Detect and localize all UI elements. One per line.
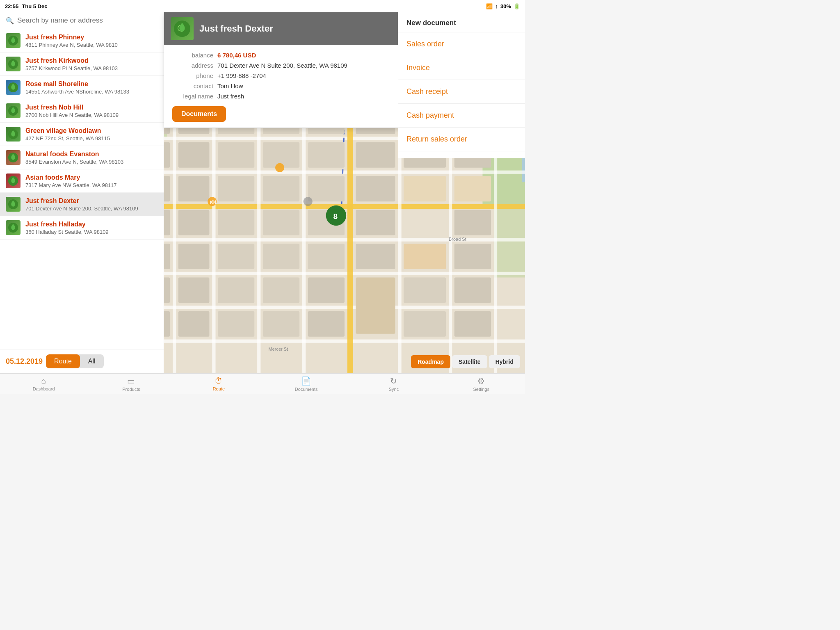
status-right-icons: 📶 ↑ 30% 🔋 (486, 3, 520, 9)
svg-rect-67 (218, 210, 254, 235)
doc-option[interactable]: Cash payment (398, 104, 525, 128)
settings-tab-icon: ⚙ (477, 376, 485, 386)
tab-route[interactable]: ⏱Route (175, 374, 262, 393)
doc-option[interactable]: Invoice (398, 56, 525, 80)
svg-rect-51 (218, 142, 254, 168)
svg-rect-88 (164, 311, 170, 337)
stop-item[interactable]: Natural foods Evanston8549 Evanston Ave … (0, 146, 164, 169)
documents-tab-label: Documents (295, 387, 318, 392)
svg-rect-78 (404, 244, 446, 269)
stop-logo (6, 80, 21, 95)
legalname-label: legal name (172, 93, 213, 100)
doc-option[interactable]: Cash receipt (398, 80, 525, 104)
stop-name: Green village Woodlawn (25, 127, 158, 135)
svg-rect-83 (263, 278, 299, 303)
doc-option[interactable]: Sales order (398, 32, 525, 56)
svg-rect-53 (308, 142, 345, 168)
svg-point-97 (275, 163, 284, 172)
map-ctrl-button[interactable]: Hybrid (489, 355, 520, 368)
svg-rect-58 (178, 176, 210, 201)
phone-label: phone (172, 72, 213, 79)
tab-dashboard[interactable]: ⌂Dashboard (0, 374, 87, 393)
products-tab-label: Products (122, 387, 140, 392)
map-ctrl-button[interactable]: Roadmap (411, 355, 450, 368)
stop-item[interactable]: Just fresh Dexter701 Dexter Ave N Suite … (0, 193, 164, 216)
stop-logo (6, 197, 21, 212)
svg-rect-72 (164, 244, 170, 269)
seg-route-button[interactable]: Route (46, 354, 80, 368)
svg-rect-92 (308, 311, 345, 337)
stop-item[interactable]: Just fresh Kirkwood5757 Kirkwood Pl N Se… (0, 52, 164, 76)
svg-rect-79 (454, 244, 491, 269)
svg-rect-91 (263, 311, 299, 337)
stop-info: Asian foods Mary7317 Mary Ave NW Seattle… (25, 174, 158, 188)
map-bottom-controls: RoadmapSatelliteHybrid (411, 355, 520, 368)
doc-options-list: Sales orderInvoiceCash receiptCash payme… (398, 32, 525, 151)
svg-rect-84 (308, 278, 345, 303)
stop-info: Just fresh Kirkwood5757 Kirkwood Pl N Se… (25, 57, 158, 71)
svg-rect-82 (218, 278, 254, 303)
search-bar: 🔍 (0, 12, 164, 29)
svg-rect-50 (178, 142, 210, 168)
battery-label: 30% (500, 3, 511, 9)
sidebar-footer: 05.12.2019 Route All (0, 349, 164, 373)
documents-button[interactable]: Documents (172, 106, 226, 122)
stop-item[interactable]: Just fresh Halladay360 Halladay St Seatt… (0, 216, 164, 240)
stop-item[interactable]: Green village Woodlawn427 NE 72nd St, Se… (0, 123, 164, 146)
route-tab-icon: ⏱ (215, 376, 223, 386)
new-document-panel: New document Sales orderInvoiceCash rece… (398, 12, 525, 158)
search-input[interactable] (17, 16, 158, 25)
tab-bar: ⌂Dashboard▭Products⏱Route📄Documents↻Sync… (0, 373, 525, 394)
popup-logo (171, 17, 194, 40)
stop-info: Just fresh Dexter701 Dexter Ave N Suite … (25, 197, 158, 212)
tab-settings[interactable]: ⚙Settings (438, 374, 525, 393)
stop-item[interactable]: Rose mall Shoreline14551 Ashworth Ave NS… (0, 76, 164, 99)
stop-name: Asian foods Mary (25, 174, 158, 181)
doc-option[interactable]: Return sales order (398, 128, 525, 151)
stop-logo (6, 103, 21, 118)
svg-rect-62 (356, 176, 395, 201)
svg-rect-21 (164, 272, 525, 275)
svg-rect-63 (404, 176, 446, 201)
stop-info: Just fresh Phinney4811 Phinney Ave N, Se… (25, 34, 158, 48)
svg-rect-61 (308, 176, 345, 201)
status-date: Thu 5 Dec (22, 3, 47, 9)
new-doc-title: New document (398, 19, 525, 32)
svg-rect-94 (454, 311, 491, 337)
sync-tab-icon: ↻ (390, 376, 397, 386)
svg-rect-81 (178, 278, 210, 303)
tab-products[interactable]: ▭Products (87, 374, 175, 393)
svg-rect-23 (164, 340, 525, 343)
date-label: 05.12.2019 (6, 357, 43, 366)
stop-item[interactable]: Just fresh Nob Hill2700 Nob Hill Ave N S… (0, 99, 164, 123)
dashboard-tab-icon: ⌂ (41, 376, 46, 386)
stop-name: Rose mall Shoreline (25, 80, 158, 88)
dashboard-tab-label: Dashboard (33, 386, 55, 391)
stop-logo (6, 33, 21, 48)
svg-rect-86 (404, 278, 446, 303)
stop-item[interactable]: Asian foods Mary7317 Mary Ave NW Seattle… (0, 169, 164, 193)
stop-item[interactable]: Just fresh Phinney4811 Phinney Ave N, Se… (0, 29, 164, 52)
svg-rect-22 (164, 306, 525, 309)
status-time: 22:55 (5, 3, 18, 9)
address-label: address (172, 62, 213, 69)
svg-rect-60 (263, 176, 299, 201)
stop-logo (6, 220, 21, 235)
tab-sync[interactable]: ↻Sync (350, 374, 437, 393)
seg-all-button[interactable]: All (80, 354, 104, 368)
segment-control: Route All (46, 354, 103, 368)
search-icon: 🔍 (6, 17, 14, 25)
stop-logo (6, 57, 21, 71)
map-ctrl-button[interactable]: Satellite (452, 355, 487, 368)
svg-text:Mercer St: Mercer St (269, 347, 288, 352)
tab-documents[interactable]: 📄Documents (262, 374, 350, 393)
stop-address: 701 Dexter Ave N Suite 200, Seattle, WA … (25, 205, 158, 212)
svg-rect-64 (454, 176, 491, 201)
wifi-icon: 📶 (486, 3, 493, 9)
svg-rect-20 (164, 238, 525, 241)
svg-rect-18 (164, 171, 525, 174)
sidebar: 🔍 Just fresh Phinney4811 Phinney Ave N, … (0, 12, 164, 373)
stop-logo (6, 173, 21, 188)
svg-text:8: 8 (333, 212, 338, 221)
svg-rect-19 (164, 204, 525, 209)
